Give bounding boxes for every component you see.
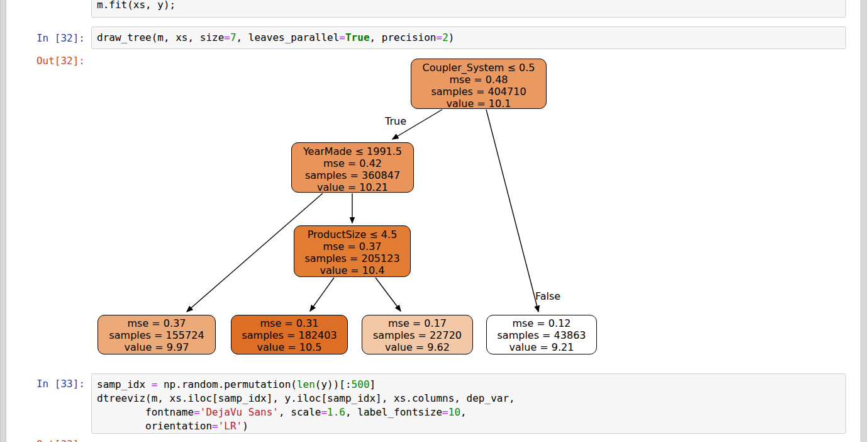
prompt-out-32: Out[32]: bbox=[13, 55, 85, 67]
code-token: = bbox=[212, 420, 218, 432]
edge-label-true: True bbox=[385, 115, 406, 127]
node-mse: mse = 0.12 bbox=[487, 317, 596, 329]
node-value: value = 10.1 bbox=[411, 98, 546, 110]
node-value: value = 9.21 bbox=[487, 341, 596, 353]
code-cell-fit[interactable]: m.fit(xs, y); bbox=[91, 0, 846, 18]
tree-leaf-2: mse = 0.31 samples = 182403 value = 10.5 bbox=[231, 315, 348, 354]
code-token: , label_fontsize bbox=[345, 406, 442, 418]
code-token: = bbox=[436, 31, 442, 43]
tree-leaf-4: mse = 0.12 samples = 43863 value = 9.21 bbox=[486, 315, 597, 354]
node-mse: mse = 0.48 bbox=[411, 74, 546, 86]
node-mse: mse = 0.37 bbox=[98, 317, 215, 329]
code-input-dtreeviz[interactable]: samp_idx = np.random.permutation(len(y))… bbox=[92, 374, 845, 437]
code-input-fit[interactable]: m.fit(xs, y); bbox=[92, 0, 845, 16]
tree-edge-productsize-leaf2 bbox=[310, 278, 334, 311]
code-token: samp_idx bbox=[97, 378, 152, 390]
code-cell-dtreeviz[interactable]: samp_idx = np.random.permutation(len(y))… bbox=[91, 373, 846, 434]
code-token: , scale bbox=[279, 406, 321, 418]
code-token: 500 bbox=[352, 378, 370, 390]
node-samples: samples = 182403 bbox=[231, 329, 347, 341]
node-split-rule: ProductSize ≤ 4.5 bbox=[294, 229, 410, 241]
node-samples: samples = 205123 bbox=[294, 252, 410, 264]
code-token: 1.6 bbox=[327, 406, 345, 418]
node-split-rule: YearMade ≤ 1991.5 bbox=[292, 145, 413, 157]
code-token: len bbox=[297, 378, 315, 390]
node-value: value = 10.4 bbox=[294, 264, 410, 276]
node-value: value = 10.21 bbox=[292, 181, 413, 193]
node-value: value = 9.62 bbox=[362, 341, 472, 353]
tree-node-yearmade: YearMade ≤ 1991.5 mse = 0.42 samples = 3… bbox=[291, 142, 414, 193]
node-samples: samples = 404710 bbox=[411, 86, 546, 98]
tree-node-productsize: ProductSize ≤ 4.5 mse = 0.37 samples = 2… bbox=[294, 225, 411, 277]
code-token: draw_tree(m, xs, size bbox=[97, 31, 224, 43]
code-token: , precision bbox=[370, 31, 437, 43]
node-samples: samples = 360847 bbox=[292, 169, 413, 181]
code-token: 'DejaVu Sans' bbox=[200, 406, 279, 418]
node-samples: samples = 43863 bbox=[487, 329, 596, 341]
node-samples: samples = 22720 bbox=[362, 329, 472, 341]
prompt-in-33: In [33]: bbox=[13, 378, 85, 390]
code-token: = bbox=[224, 31, 230, 43]
code-cell-draw-tree[interactable]: draw_tree(m, xs, size=7, leaves_parallel… bbox=[91, 26, 846, 49]
code-token: , bbox=[460, 406, 467, 418]
node-mse: mse = 0.42 bbox=[292, 157, 413, 169]
tree-edge-productsize-leaf3 bbox=[376, 278, 401, 311]
node-value: value = 9.97 bbox=[98, 341, 215, 353]
code-token: 10 bbox=[448, 406, 460, 418]
node-split-rule: Coupler_System ≤ 0.5 bbox=[411, 62, 546, 74]
code-token: True bbox=[345, 31, 370, 43]
tree-node-root: Coupler_System ≤ 0.5 mse = 0.48 samples … bbox=[411, 59, 547, 109]
code-token: orientation bbox=[97, 420, 212, 432]
code-token: = bbox=[152, 378, 158, 390]
code-token: = bbox=[321, 406, 327, 418]
code-token: (y))[: bbox=[315, 378, 352, 390]
tree-edge-root-leaf4 bbox=[486, 110, 538, 312]
code-token: = bbox=[442, 406, 448, 418]
code-token: = bbox=[339, 31, 345, 43]
tree-leaf-1: mse = 0.37 samples = 155724 value = 9.97 bbox=[97, 315, 216, 354]
tree-leaf-3: mse = 0.17 samples = 22720 value = 9.62 bbox=[362, 315, 473, 354]
code-input-draw-tree[interactable]: draw_tree(m, xs, size=7, leaves_parallel… bbox=[92, 27, 845, 48]
node-value: value = 10.5 bbox=[231, 341, 347, 353]
right-scrollbar[interactable] bbox=[860, 0, 867, 442]
code-token: 2 bbox=[442, 31, 448, 43]
code-token: fontname bbox=[97, 406, 194, 418]
prompt-out-33: Out[33]: bbox=[13, 439, 85, 442]
code-token: ) bbox=[448, 31, 455, 43]
code-token: m.fit(xs, y); bbox=[97, 0, 175, 11]
code-token: dtreeviz(m, xs.iloc[samp_idx], y.iloc[sa… bbox=[97, 392, 515, 404]
code-token: np.random.permutation( bbox=[157, 378, 297, 390]
code-token: = bbox=[194, 406, 200, 418]
code-token: , leaves_parallel bbox=[236, 31, 340, 43]
node-samples: samples = 155724 bbox=[98, 329, 215, 341]
left-window-edge bbox=[0, 0, 6, 442]
code-token: ) bbox=[242, 420, 248, 432]
node-mse: mse = 0.37 bbox=[294, 241, 410, 252]
code-token: 7 bbox=[230, 31, 236, 43]
prompt-in-32: In [32]: bbox=[13, 33, 85, 44]
edge-label-false: False bbox=[535, 290, 560, 302]
code-token: ] bbox=[370, 378, 376, 390]
node-mse: mse = 0.17 bbox=[362, 317, 472, 329]
node-mse: mse = 0.31 bbox=[231, 317, 347, 329]
code-token: 'LR' bbox=[218, 420, 243, 432]
